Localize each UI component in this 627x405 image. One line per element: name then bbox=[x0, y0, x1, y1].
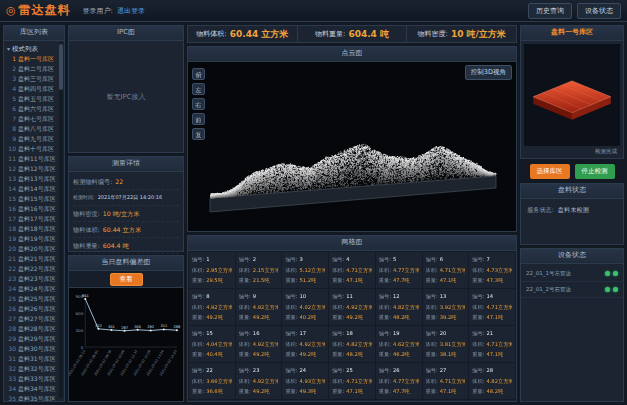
main-layout: 库区列表 ▾模式列表 1 盘料一号库区 2 盘料二号库区 bbox=[0, 22, 627, 405]
grid-cell[interactable]: 编号:23 体积:4.92立方米 重量:49.2吨 bbox=[236, 363, 282, 399]
grid-cell-weight-row: 重量:49.2吨 bbox=[285, 349, 325, 360]
grid-cell[interactable]: 编号:21 体积:4.71立方米 重量:47.1吨 bbox=[469, 326, 515, 362]
select-area-button[interactable]: 选择库区 bbox=[530, 164, 570, 179]
area-list-item[interactable]: 24 盘料24号库区 bbox=[7, 284, 58, 294]
grid-cell[interactable]: 编号:14 体积:4.71立方米 重量:47.1吨 bbox=[469, 289, 515, 325]
area-list-item[interactable]: 32 盘料32号库区 bbox=[7, 364, 58, 374]
area-list-item[interactable]: 26 盘料26号库区 bbox=[7, 304, 58, 314]
grid-cell-weight-row: 重量:49.2吨 bbox=[332, 312, 372, 323]
grid-cell[interactable]: 编号:26 体积:4.77立方米 重量:47.7吨 bbox=[376, 363, 422, 399]
device-row[interactable]: 22_01_1号左雷达 bbox=[521, 266, 623, 282]
area-list-item[interactable]: 4 盘料四号库区 bbox=[7, 84, 58, 94]
detail-row: 物料体积: 60.44 立方米 bbox=[73, 222, 179, 238]
view-preset-button[interactable]: 左 bbox=[192, 83, 205, 95]
area-list-item[interactable]: 22 盘料22号库区 bbox=[7, 264, 58, 274]
area-list-item[interactable]: 12 盘料12号库区 bbox=[7, 164, 58, 174]
area-list-item[interactable]: 15 盘料15号库区 bbox=[7, 194, 58, 204]
grid-weight-value: 48.2吨 bbox=[486, 386, 503, 397]
grid-cell[interactable]: 编号:32 体积:2.91立方米 重量:29.1吨 bbox=[329, 400, 375, 401]
grid-cell[interactable]: 编号:22 体积:3.66立方米 重量:36.6吨 bbox=[189, 363, 235, 399]
grid-cell[interactable]: 编号:7 体积:4.73立方米 重量:47.3吨 bbox=[469, 252, 515, 288]
grid-cell[interactable]: 编号:28 体积:4.82立方米 重量:48.2吨 bbox=[469, 363, 515, 399]
area-list-item[interactable]: 35 盘料35号库区 bbox=[7, 394, 58, 401]
grid-cell[interactable]: 编号:5 体积:4.77立方米 重量:47.7吨 bbox=[376, 252, 422, 288]
area-list-item[interactable]: 2 盘料二号库区 bbox=[7, 64, 58, 74]
grid-cell[interactable]: 编号:17 体积:4.92立方米 重量:49.2吨 bbox=[282, 326, 328, 362]
area-list-item[interactable]: 28 盘料28号库区 bbox=[7, 324, 58, 334]
area-list-item[interactable]: 20 盘料20号库区 bbox=[7, 244, 58, 254]
view-preset-button[interactable]: 右 bbox=[192, 98, 205, 110]
grid-cell[interactable]: 编号:19 体积:4.62立方米 重量:46.2吨 bbox=[376, 326, 422, 362]
area-list-item[interactable]: 16 盘料16号库区 bbox=[7, 204, 58, 214]
grid-cell[interactable]: 编号:29 体积:1.97立方米 重量:19.7吨 bbox=[189, 400, 235, 401]
area-list-item[interactable]: 29 盘料29号库区 bbox=[7, 334, 58, 344]
grid-cell[interactable]: 编号:3 体积:5.12立方米 重量:51.2吨 bbox=[282, 252, 328, 288]
grid-cell[interactable]: 编号:4 体积:4.71立方米 重量:47.1吨 bbox=[329, 252, 375, 288]
stop-detect-button[interactable]: 停止检测 bbox=[575, 164, 615, 179]
grid-cell[interactable]: 编号:1 体积:2.95立方米 重量:29.5吨 bbox=[189, 252, 235, 288]
area-list-item[interactable]: 30 盘料30号库区 bbox=[7, 344, 58, 354]
area-list-item[interactable]: 25 盘料25号库区 bbox=[7, 294, 58, 304]
grid-cell[interactable]: 编号:13 体积:3.92立方米 重量:39.2吨 bbox=[423, 289, 469, 325]
grid-cell[interactable]: 编号:10 体积:4.02立方米 重量:40.2吨 bbox=[282, 289, 328, 325]
area-list-item[interactable]: 21 盘料21号库区 bbox=[7, 254, 58, 264]
area-list-item[interactable]: 1 盘料一号库区 bbox=[7, 54, 58, 64]
area-list-item[interactable]: 34 盘料34号库区 bbox=[7, 384, 58, 394]
grid-no-label: 编号: bbox=[192, 254, 204, 265]
grid-cell[interactable]: 编号:18 体积:4.82立方米 重量:48.2吨 bbox=[329, 326, 375, 362]
area-list-item[interactable]: 33 盘料33号库区 bbox=[7, 374, 58, 384]
view-preset-button[interactable]: 俯 bbox=[192, 68, 205, 80]
area-list-item[interactable]: 27 盘料27号库区 bbox=[7, 314, 58, 324]
area-list-scrollbar[interactable] bbox=[59, 42, 63, 398]
grid-cell[interactable]: 编号:2 体积:2.15立方米 重量:21.5吨 bbox=[236, 252, 282, 288]
grid-cell[interactable]: 编号:6 体积:4.71立方米 重量:47.1吨 bbox=[423, 252, 469, 288]
history-query-button[interactable]: 历史查询 bbox=[528, 3, 572, 19]
area-list-item[interactable]: 18 盘料18号库区 bbox=[7, 224, 58, 234]
device-row[interactable]: 22_01_2号右雷达 bbox=[521, 282, 623, 298]
grid-cell[interactable]: 编号:30 体积:3.85立方米 重量:38.5吨 bbox=[236, 400, 282, 401]
grid-cell[interactable]: 编号:16 体积:4.92立方米 重量:49.2吨 bbox=[236, 326, 282, 362]
grid-cell[interactable]: 编号:25 体积:4.71立方米 重量:47.1吨 bbox=[329, 363, 375, 399]
pointcloud-canvas[interactable] bbox=[202, 70, 502, 222]
area-list-item[interactable]: 6 盘料六号库区 bbox=[7, 104, 58, 114]
area-list-item[interactable]: 23 盘料23号库区 bbox=[7, 274, 58, 284]
grid-cell[interactable]: 编号:24 体积:4.93立方米 重量:49.3吨 bbox=[282, 363, 328, 399]
grid-cell[interactable]: 编号:9 体积:4.92立方米 重量:49.2吨 bbox=[236, 289, 282, 325]
area-list-item[interactable]: 3 盘料三号库区 bbox=[7, 74, 58, 84]
grid-cell[interactable]: 编号:34 体积:1.52立方米 重量:15.2吨 bbox=[423, 400, 469, 401]
scrollbar-thumb[interactable] bbox=[59, 44, 63, 90]
control-3d-button[interactable]: 控制3D视角 bbox=[465, 65, 512, 80]
grid-cell[interactable]: 编号:33 体积:3.05立方米 重量:30.5吨 bbox=[376, 400, 422, 401]
grid-volume-value: 4.77立方米 bbox=[393, 376, 419, 387]
area-list-item[interactable]: 5 盘料五号库区 bbox=[7, 94, 58, 104]
grid-cell[interactable]: 编号:11 体积:4.92立方米 重量:49.2吨 bbox=[329, 289, 375, 325]
area-list-item[interactable]: 17 盘料17号库区 bbox=[7, 214, 58, 224]
grid-cell[interactable]: 编号:8 体积:4.92立方米 重量:49.2吨 bbox=[189, 289, 235, 325]
area-list-item[interactable]: 9 盘料九号库区 bbox=[7, 134, 58, 144]
grid-cell[interactable]: 编号:20 体积:3.81立方米 重量:38.1吨 bbox=[423, 326, 469, 362]
grid-cell[interactable]: 编号:15 体积:4.04立方米 重量:40.4吨 bbox=[189, 326, 235, 362]
area-list-item[interactable]: 7 盘料七号库区 bbox=[7, 114, 58, 124]
view-preset-button[interactable]: 前 bbox=[192, 113, 205, 125]
grid-cell[interactable]: 编号:12 体积:4.82立方米 重量:48.2吨 bbox=[376, 289, 422, 325]
view-preset-button[interactable]: 复 bbox=[192, 128, 205, 140]
detail-label: 物料密度: bbox=[73, 206, 100, 221]
area-item-number: 35 bbox=[7, 394, 16, 401]
logout-link[interactable]: 退出登录 bbox=[117, 6, 145, 16]
area-list-item[interactable]: 14 盘料14号库区 bbox=[7, 184, 58, 194]
area-list-item[interactable]: 10 盘料十号库区 bbox=[7, 144, 58, 154]
device-status-button[interactable]: 设备状态 bbox=[577, 3, 621, 19]
tree-root-node[interactable]: ▾模式列表 bbox=[7, 43, 58, 54]
area-list-item[interactable]: 8 盘料八号库区 bbox=[7, 124, 58, 134]
grid-cell-no-row: 编号:3 bbox=[285, 254, 325, 265]
warehouse-3d-model[interactable] bbox=[528, 66, 616, 124]
grid-cell[interactable]: 编号:27 体积:4.71立方米 重量:47.1吨 bbox=[423, 363, 469, 399]
view-deviation-button[interactable]: 查看 bbox=[110, 273, 143, 286]
area-list-item[interactable]: 19 盘料19号库区 bbox=[7, 234, 58, 244]
area-list-item[interactable]: 31 盘料31号库区 bbox=[7, 354, 58, 364]
area-list-item[interactable]: 13 盘料13号库区 bbox=[7, 174, 58, 184]
grid-cell-weight-row: 重量:36.6吨 bbox=[192, 386, 232, 397]
area-list-item[interactable]: 11 盘料11号库区 bbox=[7, 154, 58, 164]
grid-cell[interactable]: 编号:35 体积:1.20立方米 重量:12.0吨 bbox=[469, 400, 515, 401]
grid-cell[interactable]: 编号:31 体积:2.35立方米 重量:23.5吨 bbox=[282, 400, 328, 401]
